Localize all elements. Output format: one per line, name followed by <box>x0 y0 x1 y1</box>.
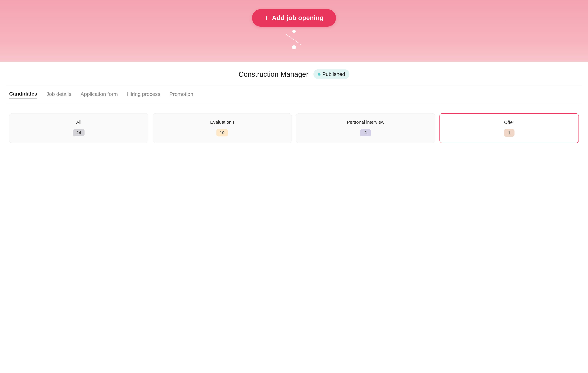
add-job-button[interactable]: + Add job opening <box>252 9 336 27</box>
card-offer-count: 1 <box>504 129 514 137</box>
tab-hiring-process[interactable]: Hiring process <box>127 91 160 98</box>
status-dot-icon <box>318 73 320 76</box>
tab-promotion[interactable]: Promotion <box>169 91 193 98</box>
card-evaluation-label: Evaluation I <box>210 120 234 125</box>
dashed-line <box>285 34 303 46</box>
card-personal-interview[interactable]: Personal interview 2 <box>296 113 435 143</box>
hero-section: + Add job opening <box>0 0 588 62</box>
tab-application-form[interactable]: Application form <box>81 91 118 98</box>
tab-candidates[interactable]: Candidates <box>9 91 37 98</box>
tab-job-details[interactable]: Job details <box>46 91 71 98</box>
job-header: Construction Manager Published <box>0 62 588 85</box>
card-evaluation-count: 10 <box>216 129 228 136</box>
status-badge: Published <box>314 69 349 79</box>
plus-icon: + <box>264 14 269 22</box>
job-title: Construction Manager <box>239 70 309 78</box>
card-offer-label: Offer <box>504 120 514 125</box>
card-all-count: 24 <box>73 129 84 136</box>
card-all[interactable]: All 24 <box>9 113 148 143</box>
card-personal-interview-count: 2 <box>360 129 371 136</box>
card-evaluation[interactable]: Evaluation I 10 <box>153 113 292 143</box>
card-personal-interview-label: Personal interview <box>347 120 384 125</box>
connector-dot-top <box>292 30 296 33</box>
card-all-label: All <box>76 120 81 125</box>
card-offer[interactable]: Offer 1 <box>440 113 579 143</box>
candidate-cards: All 24 Evaluation I 10 Personal intervie… <box>0 104 588 149</box>
add-job-label: Add job opening <box>272 14 324 21</box>
hero-inner: + Add job opening <box>252 9 336 49</box>
status-label: Published <box>322 71 345 77</box>
tabs-nav: Candidates Job details Application form … <box>0 85 588 104</box>
connector <box>285 27 303 49</box>
